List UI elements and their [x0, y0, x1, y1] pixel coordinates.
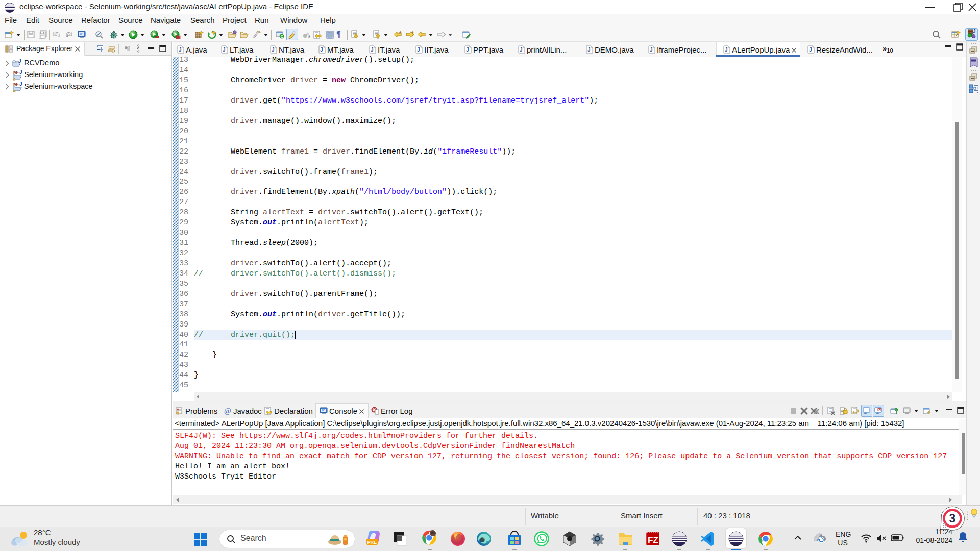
svg-text:J: J [272, 47, 275, 53]
svg-text:FZ: FZ [648, 535, 658, 545]
svg-text:J: J [371, 47, 374, 53]
svg-text:J: J [179, 47, 182, 53]
svg-text:J: J [19, 69, 22, 75]
svg-text:▸: ▸ [17, 70, 19, 74]
svg-text:J: J [19, 81, 22, 87]
svg-text:PRE: PRE [368, 540, 377, 545]
svg-text:@: @ [224, 407, 231, 415]
svg-text:J: J [18, 59, 21, 64]
svg-text:J: J [466, 47, 469, 53]
svg-text:J: J [725, 47, 728, 53]
svg-text:J: J [223, 47, 226, 53]
svg-text:J: J [320, 47, 323, 53]
svg-text:J: J [650, 47, 653, 53]
svg-text:J: J [417, 47, 420, 53]
svg-text:J: J [520, 47, 523, 53]
svg-text:J: J [809, 47, 812, 53]
svg-text:▸: ▸ [17, 82, 19, 86]
svg-text:3: 3 [949, 512, 956, 525]
svg-text:J: J [973, 29, 976, 34]
svg-text:J: J [587, 47, 591, 53]
svg-text:C: C [281, 35, 283, 38]
